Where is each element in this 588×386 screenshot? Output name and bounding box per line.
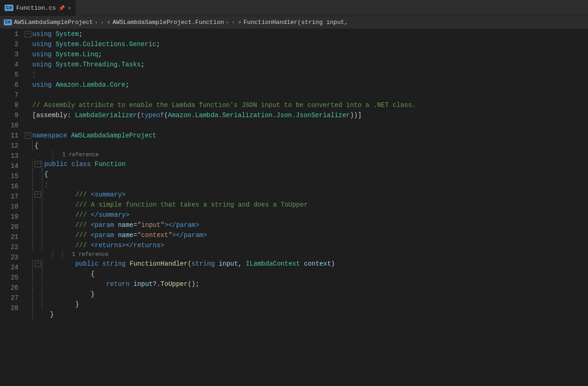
line-5-content: ¦ <box>32 70 588 80</box>
code-line-11: − namespace AWSLambdaSampleProject <box>25 131 588 141</box>
breadcrumb-label-1: AWSLambdaSampleProject <box>14 19 93 26</box>
line-21-content: /// <returns></returns> <box>44 240 588 250</box>
line-num-4: 4 <box>0 59 18 70</box>
cs-icon: C# <box>4 19 12 25</box>
code-line-8: // Assembly attribute to enable the Lamb… <box>25 100 588 110</box>
breadcrumb-bar: C# AWSLambdaSampleProject ▾ › ⚡ AWSLambd… <box>0 16 588 29</box>
line-num-17: 17 <box>0 191 18 202</box>
code-line-26: } <box>25 299 588 309</box>
line-19-content: /// <param name="input"></param> <box>44 220 588 230</box>
editor: 1 2 3 4 5 6 7 8 9 10 11 12 13 14 15 16 1… <box>0 29 588 386</box>
code-line-7 <box>25 90 588 100</box>
line-15-content: ¦ <box>44 179 588 190</box>
line-22-content: public string FunctionHandler(string inp… <box>44 259 588 269</box>
line-num-18: 18 <box>0 202 18 212</box>
code-line-27: } <box>25 309 588 320</box>
ref-hint-class: 1 reference <box>25 151 588 159</box>
line-num-21: 21 <box>0 232 18 242</box>
close-icon[interactable]: ✕ <box>68 5 71 12</box>
line-num-2: 2 <box>0 39 18 49</box>
line-num-13: 13 <box>0 151 18 161</box>
line-numbers: 1 2 3 4 5 6 7 8 9 10 11 12 13 14 15 16 1… <box>0 29 23 386</box>
line-num-9: 9 <box>0 110 18 120</box>
ref-hint-method-text: 1 reference <box>72 250 108 259</box>
code-line-3: using System.Linq; <box>25 49 588 59</box>
collapse-11[interactable]: − <box>25 132 31 139</box>
line-num-14: 14 <box>0 161 18 171</box>
collapse-13[interactable]: − <box>35 161 41 167</box>
code-line-19: /// <param name="input"></param> <box>25 220 588 230</box>
line-num-27: 27 <box>0 293 18 303</box>
line-num-15: 15 <box>0 171 18 181</box>
code-line-12: { <box>25 141 588 151</box>
code-line-1: − using System; <box>25 29 588 39</box>
line-num-3: 3 <box>0 49 18 59</box>
line-num-28: 28 <box>0 303 18 313</box>
line-num-22: 22 <box>0 242 18 252</box>
code-line-22: − public string FunctionHandler(string i… <box>25 259 588 269</box>
line-num-16: 16 <box>0 181 18 191</box>
breadcrumb-item-1[interactable]: C# AWSLambdaSampleProject ▾ <box>4 19 98 26</box>
line-17-content: /// A simple function that takes a strin… <box>44 200 588 210</box>
tab-function-cs[interactable]: C# Function.cs 📌 ✕ <box>0 0 76 16</box>
line-6-content: using Amazon.Lambda.Core; <box>32 80 588 90</box>
code-line-18: /// </summary> <box>25 210 588 220</box>
line-13-content: public class Function <box>44 159 588 169</box>
code-line-17: /// A simple function that takes a strin… <box>25 200 588 210</box>
line-num-10: 10 <box>0 120 18 131</box>
dropdown-arrow-1[interactable]: ▾ <box>95 20 98 25</box>
line-20-content: /// <param name="context"></param> <box>44 230 588 240</box>
line-18-content: /// </summary> <box>44 210 588 220</box>
ref-hint-method: 1 reference <box>25 250 588 259</box>
collapse-1[interactable]: − <box>25 31 31 37</box>
breadcrumb-item-2[interactable]: ⚡ AWSLambdaSampleProject.Function ▾ <box>107 18 229 26</box>
line-num-1: 1 <box>0 29 18 39</box>
fn-icon-3: ⚡ <box>238 18 242 26</box>
collapse-22[interactable]: − <box>35 261 41 267</box>
breadcrumb-sep-2: › <box>232 19 235 26</box>
line-27-content: } <box>35 309 588 320</box>
code-line-10 <box>25 120 588 131</box>
breadcrumb-sep-1: › <box>101 19 104 26</box>
line-11-content: namespace AWSLambdaSampleProject <box>32 131 588 141</box>
line-num-19: 19 <box>0 212 18 222</box>
tab-bar: C# Function.cs 📌 ✕ <box>0 0 588 16</box>
line-4-content: using System.Threading.Tasks; <box>32 59 588 70</box>
line-9-content: [assembly: LambdaSerializer(typeof(Amazo… <box>32 110 588 120</box>
breadcrumb-label-3: FunctionHandler(string input, <box>244 19 348 26</box>
pin-icon[interactable]: 📌 <box>59 5 65 11</box>
line-23-content: { <box>44 269 588 279</box>
collapse-16[interactable]: − <box>35 191 41 198</box>
code-line-25: } <box>25 289 588 299</box>
line-24-content: return input?.ToUpper(); <box>44 279 588 289</box>
line-14-content: { <box>44 169 588 179</box>
line-12-content: { <box>35 141 588 151</box>
line-num-24: 24 <box>0 262 18 273</box>
line-num-12: 12 <box>0 141 18 151</box>
code-line-13: − public class Function <box>25 159 588 169</box>
code-line-16: − /// <summary> <box>25 190 588 200</box>
fn-icon-2: ⚡ <box>107 18 111 26</box>
code-line-15: ¦ <box>25 179 588 190</box>
line-num-5: 5 <box>0 70 18 80</box>
code-line-6: using Amazon.Lambda.Core; <box>25 80 588 90</box>
tab-cs-icon: C# <box>5 5 13 11</box>
line-10-content <box>32 120 588 131</box>
code-line-21: /// <returns></returns> <box>25 240 588 250</box>
code-line-9: [assembly: LambdaSerializer(typeof(Amazo… <box>25 110 588 120</box>
line-num-11: 11 <box>0 131 18 141</box>
code-editor[interactable]: − using System; using System.Collections… <box>23 29 588 386</box>
tab-filename: Function.cs <box>16 5 56 12</box>
code-line-23: { <box>25 269 588 279</box>
breadcrumb-item-3[interactable]: ⚡ FunctionHandler(string input, <box>238 18 348 26</box>
line-7-content <box>32 90 588 100</box>
code-line-24: return input?.ToUpper(); <box>25 279 588 289</box>
dropdown-arrow-2[interactable]: ▾ <box>226 20 229 25</box>
line-8-content: // Assembly attribute to enable the Lamb… <box>32 100 588 110</box>
code-line-2: using System.Collections.Generic; <box>25 39 588 49</box>
line-num-25: 25 <box>0 273 18 283</box>
code-line-28 <box>25 320 588 330</box>
line-num-26: 26 <box>0 283 18 293</box>
breadcrumb-label-2: AWSLambdaSampleProject.Function <box>113 19 224 26</box>
line-num-20: 20 <box>0 222 18 232</box>
